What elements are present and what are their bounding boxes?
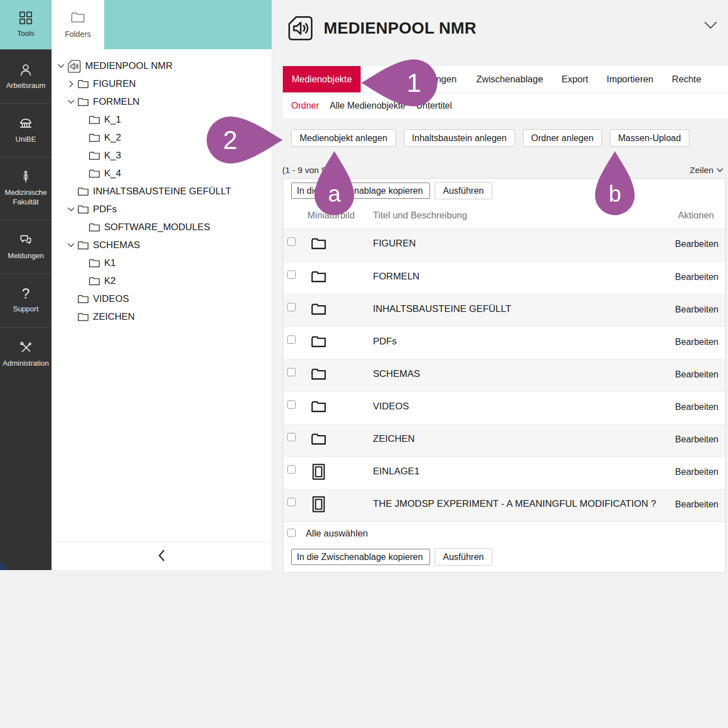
row-title[interactable]: PDFs bbox=[373, 336, 397, 347]
chevron-down-icon[interactable] bbox=[55, 61, 67, 71]
tree-item-schemas[interactable]: SCHEMAS bbox=[52, 236, 272, 254]
chevron-right-icon[interactable] bbox=[65, 79, 77, 89]
tab-importieren[interactable]: Importieren bbox=[606, 66, 653, 92]
row-checkbox[interactable] bbox=[287, 303, 296, 311]
bulk-action-select[interactable]: In die Zwischenablage kopieren bbox=[291, 183, 430, 199]
bearbeiten-link[interactable]: Bearbeiten bbox=[675, 370, 718, 380]
select-all-row: Alle auswählen bbox=[283, 521, 725, 544]
row-title[interactable]: INHALTSBAUSTEINE GEFÜLLT bbox=[373, 304, 511, 315]
folder-icon bbox=[88, 276, 100, 286]
row-checkbox[interactable] bbox=[287, 335, 296, 344]
folder-icon bbox=[77, 97, 89, 107]
sidebar-item-tools[interactable]: Tools bbox=[0, 0, 52, 49]
tab-rechte[interactable]: Rechte bbox=[672, 66, 701, 92]
chevron-down-icon[interactable] bbox=[65, 240, 77, 250]
row-title[interactable]: THE JMODSP EXPERIMENT - A MEANINGFUL MOD… bbox=[373, 498, 656, 510]
bearbeiten-link[interactable]: Bearbeiten bbox=[675, 402, 718, 412]
tree-item-videos[interactable]: VIDEOS bbox=[52, 290, 272, 308]
sidebar-item-meldungen[interactable]: Meldungen bbox=[0, 220, 52, 273]
row-checkbox[interactable] bbox=[287, 465, 296, 474]
sidebar-item-medizinische-fakultaet[interactable]: Medizinische Fakultät bbox=[0, 157, 52, 220]
tree-body: MEDIENPOOL NMR FIGUREN FORMELN K_1 K_2 bbox=[52, 49, 272, 326]
medienobjekt-anlegen-button[interactable]: Medienobjekt anlegen bbox=[291, 129, 396, 147]
tab-medienobjekte[interactable]: Medienobjekte bbox=[283, 66, 361, 92]
media-table-panel: In die Zwischenablage kopieren Ausführen… bbox=[283, 178, 726, 573]
row-title[interactable]: VIDEOS bbox=[373, 401, 409, 412]
chevron-left-icon[interactable] bbox=[156, 548, 168, 565]
row-checkbox[interactable] bbox=[287, 368, 296, 376]
tree-item-k1-schemas[interactable]: K1 bbox=[52, 254, 272, 272]
chevron-down-icon[interactable] bbox=[65, 204, 77, 214]
chevron-down-icon[interactable] bbox=[65, 97, 77, 107]
tree-header: Folders bbox=[52, 0, 272, 49]
ordner-anlegen-button[interactable]: Ordner anlegen bbox=[523, 129, 602, 147]
bulk-action-select[interactable]: In die Zwischenablage kopieren bbox=[291, 549, 430, 565]
subtab-alle-medienobjekte[interactable]: Alle Medienobjekte bbox=[330, 101, 405, 111]
row-title[interactable]: FORMELN bbox=[373, 271, 419, 282]
tree-item-inhaltsbausteine-gefuellt[interactable]: INHALTSBAUSTEINE GEFÜLLT bbox=[52, 183, 272, 200]
tree-item-k2-schemas[interactable]: K2 bbox=[52, 272, 272, 290]
tree-collapse-bar bbox=[52, 542, 272, 570]
sidebar-item-unibe[interactable]: UniBE bbox=[0, 103, 52, 157]
bearbeiten-link[interactable]: Bearbeiten bbox=[675, 467, 718, 477]
bearbeiten-link[interactable]: Bearbeiten bbox=[675, 272, 718, 282]
tree-item-formeln[interactable]: FORMELN bbox=[52, 93, 272, 111]
sidebar-item-label: UniBE bbox=[13, 135, 39, 144]
bearbeiten-link[interactable]: Bearbeiten bbox=[675, 337, 718, 347]
row-title[interactable]: ZEICHEN bbox=[373, 433, 415, 445]
tree-item-medienpool-nmr[interactable]: MEDIENPOOL NMR bbox=[52, 57, 272, 75]
folder-icon bbox=[77, 186, 89, 197]
inhaltsbaustein-anlegen-button[interactable]: Inhaltsbaustein anlegen bbox=[404, 129, 515, 147]
ausfuehren-button[interactable]: Ausführen bbox=[435, 548, 492, 566]
tab-einstellungen[interactable]: Einstellungen bbox=[401, 66, 456, 92]
column-titel: Titel und Beschreibung bbox=[373, 210, 467, 221]
folder-icon bbox=[88, 151, 100, 161]
tree-item-k2-formeln[interactable]: K_2 bbox=[52, 129, 272, 147]
page-title: MEDIENPOOL NMR bbox=[324, 19, 477, 38]
bearbeiten-link[interactable]: Bearbeiten bbox=[675, 500, 718, 510]
subtab-bar: Ordner Alle Medienobjekte Untertitel bbox=[283, 93, 728, 118]
bearbeiten-link[interactable]: Bearbeiten bbox=[675, 435, 718, 445]
row-checkbox[interactable] bbox=[287, 498, 296, 506]
bulk-action-bar-bottom: In die Zwischenablage kopieren Ausführen bbox=[283, 544, 725, 572]
row-checkbox[interactable] bbox=[287, 237, 296, 246]
tree-item-software-modules[interactable]: SOFTWARE_MODULES bbox=[52, 218, 272, 236]
sidebar-item-support[interactable]: ? Support bbox=[0, 273, 52, 327]
tab-zwischenablage[interactable]: Zwischenablage bbox=[476, 66, 543, 92]
tree-item-pdfs[interactable]: PDFs bbox=[52, 200, 272, 218]
rows-dropdown[interactable]: Zeilen bbox=[690, 165, 724, 175]
tree-item-k4-formeln[interactable]: K_4 bbox=[52, 165, 272, 183]
tree-item-label: K_1 bbox=[104, 114, 121, 125]
folder-icon bbox=[88, 133, 100, 143]
sidebar-item-administration[interactable]: Administration bbox=[0, 327, 52, 381]
row-title[interactable]: FIGUREN bbox=[373, 238, 416, 249]
bearbeiten-link[interactable]: Bearbeiten bbox=[675, 239, 718, 249]
folder-icon bbox=[71, 11, 85, 25]
tab-folders[interactable]: Folders bbox=[52, 0, 104, 49]
row-title[interactable]: EINLAGE1 bbox=[373, 466, 419, 477]
tab-export[interactable]: Export bbox=[562, 66, 589, 92]
tree-item-k3-formeln[interactable]: K_3 bbox=[52, 147, 272, 165]
row-checkbox[interactable] bbox=[287, 433, 296, 441]
sidebar-item-arbeitsraum[interactable]: Arbeitsraum bbox=[0, 49, 52, 103]
massen-upload-button[interactable]: Massen-Upload bbox=[610, 129, 689, 147]
subtab-untertitel[interactable]: Untertitel bbox=[416, 101, 452, 111]
grid-icon bbox=[18, 11, 33, 25]
row-checkbox[interactable] bbox=[287, 400, 296, 409]
subtab-ordner[interactable]: Ordner bbox=[291, 101, 319, 111]
sidebar-item-label: Arbeitsraum bbox=[4, 81, 48, 91]
folder-icon bbox=[311, 270, 326, 283]
tree-item-k1-formeln[interactable]: K_1 bbox=[52, 111, 272, 129]
tree-item-figuren[interactable]: FIGUREN bbox=[52, 75, 272, 93]
sidebar-item-label: Support bbox=[11, 305, 41, 314]
chevron-down-icon[interactable] bbox=[703, 20, 718, 32]
select-all-checkbox[interactable] bbox=[287, 529, 296, 537]
media-object-icon bbox=[312, 463, 325, 480]
tree-item-zeichen[interactable]: ZEICHEN bbox=[52, 308, 272, 326]
tree-item-label: FORMELN bbox=[93, 96, 139, 108]
ausfuehren-button[interactable]: Ausführen bbox=[435, 182, 492, 199]
bearbeiten-link[interactable]: Bearbeiten bbox=[675, 305, 718, 315]
row-title[interactable]: SCHEMAS bbox=[373, 368, 420, 380]
row-checkbox[interactable] bbox=[287, 270, 296, 279]
tree-item-label: FIGUREN bbox=[93, 78, 136, 90]
